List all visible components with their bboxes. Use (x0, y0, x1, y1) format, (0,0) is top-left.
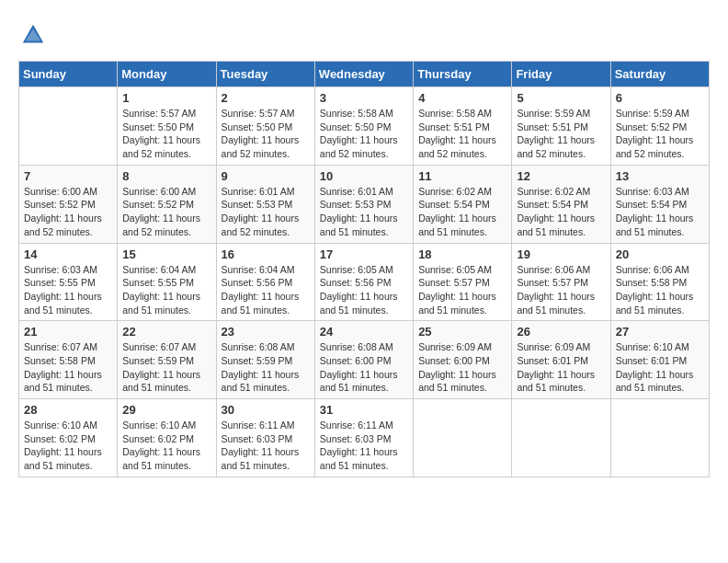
day-number: 29 (122, 403, 210, 417)
day-info: Sunrise: 6:01 AMSunset: 5:53 PMDaylight:… (320, 185, 408, 239)
calendar-header-row: SundayMondayTuesdayWednesdayThursdayFrid… (19, 62, 710, 87)
day-number: 27 (616, 325, 704, 339)
calendar-cell: 7Sunrise: 6:00 AMSunset: 5:52 PMDaylight… (19, 165, 118, 243)
day-number: 19 (517, 247, 605, 261)
header-saturday: Saturday (610, 62, 709, 87)
logo-icon (20, 22, 46, 48)
day-number: 31 (320, 403, 408, 417)
day-number: 17 (320, 247, 408, 261)
day-info: Sunrise: 6:04 AMSunset: 5:56 PMDaylight:… (222, 263, 310, 317)
header-friday: Friday (512, 62, 610, 87)
day-info: Sunrise: 6:07 AMSunset: 5:59 PMDaylight:… (122, 340, 210, 395)
calendar-cell (414, 399, 512, 477)
calendar-week-row: 7Sunrise: 6:00 AMSunset: 5:52 PMDaylight… (19, 165, 710, 243)
day-info: Sunrise: 5:59 AMSunset: 5:51 PMDaylight:… (517, 107, 605, 161)
calendar-week-row: 21Sunrise: 6:07 AMSunset: 5:58 PMDayligh… (19, 321, 710, 399)
page-header (18, 18, 710, 52)
calendar-week-row: 1Sunrise: 5:57 AMSunset: 5:50 PMDaylight… (19, 87, 710, 166)
calendar-cell: 26Sunrise: 6:09 AMSunset: 6:01 PMDayligh… (512, 321, 610, 399)
calendar-cell: 14Sunrise: 6:03 AMSunset: 5:55 PMDayligh… (19, 243, 118, 321)
day-info: Sunrise: 6:02 AMSunset: 5:54 PMDaylight:… (418, 185, 506, 239)
calendar-cell: 20Sunrise: 6:06 AMSunset: 5:58 PMDayligh… (610, 243, 709, 321)
calendar-cell: 19Sunrise: 6:06 AMSunset: 5:57 PMDayligh… (512, 243, 610, 321)
day-number: 25 (418, 325, 506, 339)
header-tuesday: Tuesday (216, 62, 314, 87)
header-wednesday: Wednesday (314, 62, 413, 87)
day-info: Sunrise: 6:00 AMSunset: 5:52 PMDaylight:… (24, 185, 112, 239)
day-number: 2 (222, 91, 310, 105)
day-info: Sunrise: 6:08 AMSunset: 5:59 PMDaylight:… (222, 340, 310, 395)
calendar-cell: 24Sunrise: 6:08 AMSunset: 6:00 PMDayligh… (314, 321, 413, 399)
day-number: 14 (24, 247, 112, 261)
calendar-cell: 3Sunrise: 5:58 AMSunset: 5:50 PMDaylight… (314, 87, 413, 166)
day-info: Sunrise: 6:10 AMSunset: 6:01 PMDaylight:… (616, 340, 704, 395)
day-info: Sunrise: 6:04 AMSunset: 5:55 PMDaylight:… (122, 263, 210, 317)
day-number: 12 (517, 169, 605, 183)
day-number: 3 (320, 91, 408, 105)
calendar-cell: 22Sunrise: 6:07 AMSunset: 5:59 PMDayligh… (118, 321, 216, 399)
day-info: Sunrise: 6:02 AMSunset: 5:54 PMDaylight:… (517, 185, 605, 239)
day-info: Sunrise: 5:58 AMSunset: 5:50 PMDaylight:… (320, 107, 408, 161)
calendar-cell: 13Sunrise: 6:03 AMSunset: 5:54 PMDayligh… (610, 165, 709, 243)
day-info: Sunrise: 6:06 AMSunset: 5:57 PMDaylight:… (517, 263, 605, 317)
day-info: Sunrise: 6:03 AMSunset: 5:54 PMDaylight:… (616, 185, 704, 239)
calendar-cell: 21Sunrise: 6:07 AMSunset: 5:58 PMDayligh… (19, 321, 118, 399)
day-info: Sunrise: 6:06 AMSunset: 5:58 PMDaylight:… (616, 263, 704, 317)
day-number: 11 (418, 169, 506, 183)
calendar-cell: 6Sunrise: 5:59 AMSunset: 5:52 PMDaylight… (610, 87, 709, 166)
day-number: 7 (24, 169, 112, 183)
day-info: Sunrise: 6:05 AMSunset: 5:56 PMDaylight:… (320, 263, 408, 317)
day-info: Sunrise: 6:11 AMSunset: 6:03 PMDaylight:… (222, 419, 310, 473)
calendar-table: SundayMondayTuesdayWednesdayThursdayFrid… (18, 61, 710, 477)
calendar-cell (512, 399, 610, 477)
day-number: 30 (222, 403, 310, 417)
day-info: Sunrise: 6:07 AMSunset: 5:58 PMDaylight:… (24, 340, 112, 395)
day-info: Sunrise: 6:10 AMSunset: 6:02 PMDaylight:… (24, 419, 112, 473)
day-info: Sunrise: 6:10 AMSunset: 6:02 PMDaylight:… (122, 419, 210, 473)
day-number: 26 (517, 325, 605, 339)
calendar-week-row: 14Sunrise: 6:03 AMSunset: 5:55 PMDayligh… (19, 243, 710, 321)
day-number: 23 (222, 325, 310, 339)
day-info: Sunrise: 6:05 AMSunset: 5:57 PMDaylight:… (418, 263, 506, 317)
header-thursday: Thursday (414, 62, 512, 87)
day-number: 22 (122, 325, 210, 339)
calendar-cell: 27Sunrise: 6:10 AMSunset: 6:01 PMDayligh… (610, 321, 709, 399)
calendar-cell: 5Sunrise: 5:59 AMSunset: 5:51 PMDaylight… (512, 87, 610, 166)
day-info: Sunrise: 6:00 AMSunset: 5:52 PMDaylight:… (122, 185, 210, 239)
calendar-cell: 16Sunrise: 6:04 AMSunset: 5:56 PMDayligh… (216, 243, 314, 321)
day-info: Sunrise: 6:03 AMSunset: 5:55 PMDaylight:… (24, 263, 112, 317)
day-number: 28 (24, 403, 112, 417)
day-number: 24 (320, 325, 408, 339)
header-monday: Monday (118, 62, 216, 87)
header-sunday: Sunday (19, 62, 118, 87)
day-info: Sunrise: 6:11 AMSunset: 6:03 PMDaylight:… (320, 419, 408, 473)
day-number: 1 (122, 91, 210, 105)
day-number: 13 (616, 169, 704, 183)
day-number: 4 (418, 91, 506, 105)
day-info: Sunrise: 5:57 AMSunset: 5:50 PMDaylight:… (222, 107, 310, 161)
day-number: 5 (517, 91, 605, 105)
day-number: 6 (616, 91, 704, 105)
day-info: Sunrise: 6:09 AMSunset: 6:00 PMDaylight:… (418, 340, 506, 395)
day-number: 21 (24, 325, 112, 339)
calendar-cell (610, 399, 709, 477)
calendar-cell: 30Sunrise: 6:11 AMSunset: 6:03 PMDayligh… (216, 399, 314, 477)
day-number: 15 (122, 247, 210, 261)
calendar-cell: 1Sunrise: 5:57 AMSunset: 5:50 PMDaylight… (118, 87, 216, 166)
day-number: 18 (418, 247, 506, 261)
day-info: Sunrise: 6:08 AMSunset: 6:00 PMDaylight:… (320, 340, 408, 395)
calendar-cell: 29Sunrise: 6:10 AMSunset: 6:02 PMDayligh… (118, 399, 216, 477)
day-info: Sunrise: 5:58 AMSunset: 5:51 PMDaylight:… (418, 107, 506, 161)
calendar-cell: 12Sunrise: 6:02 AMSunset: 5:54 PMDayligh… (512, 165, 610, 243)
day-number: 16 (222, 247, 310, 261)
calendar-week-row: 28Sunrise: 6:10 AMSunset: 6:02 PMDayligh… (19, 399, 710, 477)
calendar-cell: 28Sunrise: 6:10 AMSunset: 6:02 PMDayligh… (19, 399, 118, 477)
calendar-cell: 8Sunrise: 6:00 AMSunset: 5:52 PMDaylight… (118, 165, 216, 243)
calendar-cell: 15Sunrise: 6:04 AMSunset: 5:55 PMDayligh… (118, 243, 216, 321)
day-info: Sunrise: 6:01 AMSunset: 5:53 PMDaylight:… (222, 185, 310, 239)
day-number: 8 (122, 169, 210, 183)
calendar-cell: 25Sunrise: 6:09 AMSunset: 6:00 PMDayligh… (414, 321, 512, 399)
calendar-cell: 10Sunrise: 6:01 AMSunset: 5:53 PMDayligh… (314, 165, 413, 243)
day-number: 9 (222, 169, 310, 183)
calendar-cell: 11Sunrise: 6:02 AMSunset: 5:54 PMDayligh… (414, 165, 512, 243)
